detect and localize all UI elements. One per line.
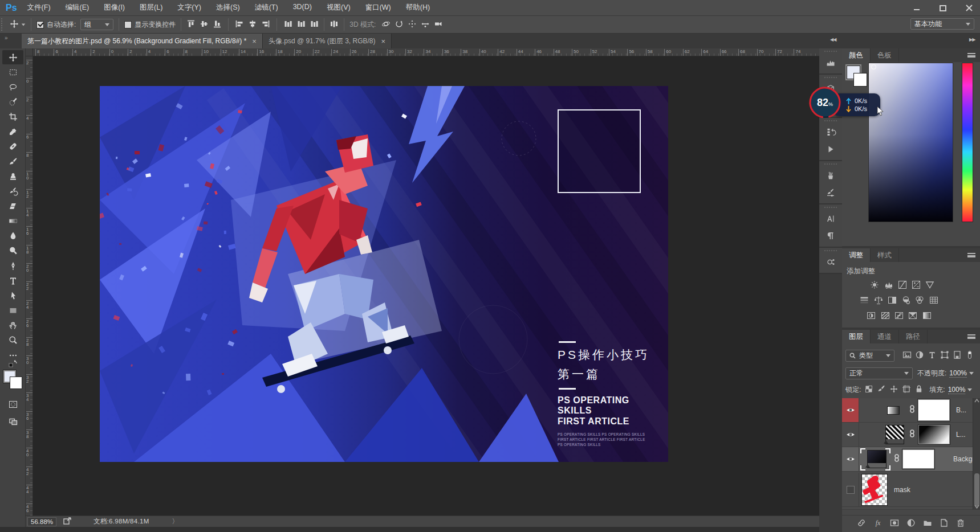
layers-tab-通道[interactable]: 通道 xyxy=(871,330,899,343)
move-tool[interactable] xyxy=(2,50,23,64)
levels-icon[interactable] xyxy=(883,280,895,290)
collapse-rail-icon[interactable]: ◀◀ xyxy=(830,37,836,42)
link-layers-icon[interactable] xyxy=(857,518,866,530)
vertical-ruler[interactable]: 2024681 01 21 41 61 82 02 22 42 62 83 03… xyxy=(26,56,33,515)
align-top-edges-icon[interactable] xyxy=(186,19,196,30)
panel-menu-icon[interactable] xyxy=(967,53,975,58)
fill-value[interactable]: 100% xyxy=(948,386,966,394)
orbit-3d-camera-icon[interactable] xyxy=(381,19,391,30)
maximize-button[interactable] xyxy=(936,3,950,13)
status-options-chevron[interactable]: 〉 xyxy=(172,517,179,526)
gradient-map-icon[interactable] xyxy=(906,310,919,321)
show-transform-checkbox[interactable] xyxy=(124,21,132,28)
screen-mode-button[interactable] xyxy=(2,414,23,428)
eyedropper-tool[interactable] xyxy=(2,125,23,139)
lock-position-icon[interactable] xyxy=(889,384,898,395)
add-layer-mask-icon[interactable] xyxy=(890,518,899,530)
gradient-fill-thumbnail[interactable] xyxy=(867,450,887,468)
background-color[interactable] xyxy=(10,377,22,389)
clone-source-panel-icon[interactable] xyxy=(819,253,842,271)
background-color-swatch[interactable] xyxy=(853,73,867,87)
layer-row-L[interactable]: L... xyxy=(842,423,973,447)
color-lookup-icon[interactable] xyxy=(928,295,940,305)
menu-item-8[interactable]: 视图(V) xyxy=(327,3,351,13)
brushes-panel-icon[interactable] xyxy=(819,167,842,184)
auto-select-checkbox[interactable] xyxy=(36,21,44,28)
filter-pixel-layers-icon[interactable] xyxy=(902,350,912,361)
layer-visibility-toggle[interactable] xyxy=(842,398,859,422)
gradient-fill-icon[interactable] xyxy=(887,406,900,415)
mask-layer-thumbnail[interactable] xyxy=(861,474,888,506)
photo-filter-icon[interactable] xyxy=(900,295,912,305)
brush-presets-panel-icon[interactable] xyxy=(819,184,842,201)
layer-filter-type-dropdown[interactable]: 类型 xyxy=(845,350,894,362)
layer-row-B[interactable]: B... xyxy=(842,398,973,423)
zoom-tool[interactable] xyxy=(2,333,23,347)
color-balance-icon[interactable] xyxy=(872,295,885,305)
opacity-value[interactable]: 100% xyxy=(949,369,967,378)
posterize-icon[interactable] xyxy=(879,310,892,321)
threshold-icon[interactable] xyxy=(893,310,905,321)
zoom-level-field[interactable]: 56.88% xyxy=(27,517,56,526)
align-horizontal-centers-icon[interactable] xyxy=(248,19,257,30)
hand-tool[interactable] xyxy=(2,318,23,333)
minimize-button[interactable] xyxy=(909,3,924,13)
layers-tab-图层[interactable]: 图层 xyxy=(842,330,871,343)
document-artwork[interactable]: PS操作小技巧 第一篇 PS OPERATING SKILLS FIRST AR… xyxy=(100,86,668,462)
color-tab-颜色[interactable]: 颜色 xyxy=(842,48,871,62)
menu-item-4[interactable]: 文字(Y) xyxy=(177,3,201,13)
histogram-panel-icon[interactable] xyxy=(819,54,842,71)
toolbar-collapse-chevron[interactable]: » xyxy=(0,34,22,48)
layer-visibility-toggle[interactable] xyxy=(842,473,859,506)
delete-layer-icon[interactable] xyxy=(956,518,965,530)
close-button[interactable] xyxy=(962,3,977,13)
vibrance-icon[interactable] xyxy=(924,280,936,290)
auto-select-target-dropdown[interactable]: 组 xyxy=(80,19,113,30)
blend-mode-dropdown[interactable]: 正常 xyxy=(845,367,913,379)
menu-item-1[interactable]: 编辑(E) xyxy=(66,3,90,13)
menu-item-6[interactable]: 滤镜(T) xyxy=(255,3,278,13)
quick-selection-tool[interactable] xyxy=(2,95,23,109)
document-tab-0[interactable]: 第一篇小教程的图片.psd @ 56.9% (Background Gradie… xyxy=(22,34,263,48)
adjustments-tab-调整[interactable]: 调整 xyxy=(842,248,871,262)
pattern-fill-thumbnail[interactable] xyxy=(885,425,904,444)
network-speed-overlay[interactable]: 0K/s 0K/s 82% xyxy=(804,86,887,124)
character-panel-icon[interactable] xyxy=(819,210,842,227)
lock-all-icon[interactable] xyxy=(914,384,924,395)
filter-type-layers-icon[interactable] xyxy=(928,350,937,361)
layer-name[interactable]: mask xyxy=(894,486,910,494)
paragraph-panel-icon[interactable] xyxy=(819,227,842,244)
layer-mask-thumbnail[interactable] xyxy=(918,399,950,421)
rectangular-marquee-tool[interactable] xyxy=(2,65,23,79)
path-selection-tool[interactable] xyxy=(2,288,23,302)
type-tool[interactable] xyxy=(2,273,23,288)
menu-item-9[interactable]: 窗口(W) xyxy=(365,3,391,13)
filter-shape-layers-icon[interactable] xyxy=(940,350,949,361)
layer-mask-link-icon[interactable] xyxy=(892,453,901,465)
fill-caret[interactable] xyxy=(967,388,972,391)
invert-icon[interactable] xyxy=(865,310,877,321)
channel-mixer-icon[interactable] xyxy=(913,295,926,305)
expand-panels-icon[interactable]: ▶▶ xyxy=(969,37,975,42)
menu-item-7[interactable]: 3D(D) xyxy=(293,3,312,13)
new-adjustment-layer-icon[interactable] xyxy=(906,518,916,530)
layer-effects-icon[interactable]: fx xyxy=(873,518,883,530)
ruler-origin-corner[interactable] xyxy=(26,48,33,56)
canvas-area[interactable]: PS操作小技巧 第一篇 PS OPERATING SKILLS FIRST AR… xyxy=(33,56,819,515)
distribute-vertical-centers-icon[interactable] xyxy=(296,19,306,30)
dodge-tool[interactable] xyxy=(2,244,23,258)
layers-tab-路径[interactable]: 路径 xyxy=(899,330,928,343)
distribute-top-edges-icon[interactable] xyxy=(283,19,292,30)
pen-tool[interactable] xyxy=(2,259,23,273)
horizontal-ruler[interactable]: 8642024681012141618202224262830323436384… xyxy=(33,48,819,56)
rectangle-shape-tool[interactable] xyxy=(2,304,23,318)
layer-row-mask[interactable]: mask xyxy=(842,473,973,507)
align-left-edges-icon[interactable] xyxy=(235,19,244,30)
layer-name[interactable]: L... xyxy=(956,431,966,439)
tab-close-icon[interactable]: × xyxy=(381,37,385,46)
layer-mask-thumbnail[interactable] xyxy=(918,425,950,444)
distribute-bottom-edges-icon[interactable] xyxy=(310,19,319,30)
panel-menu-icon[interactable] xyxy=(967,334,975,339)
clone-stamp-tool[interactable] xyxy=(2,169,23,183)
menu-item-2[interactable]: 图像(I) xyxy=(104,3,125,13)
